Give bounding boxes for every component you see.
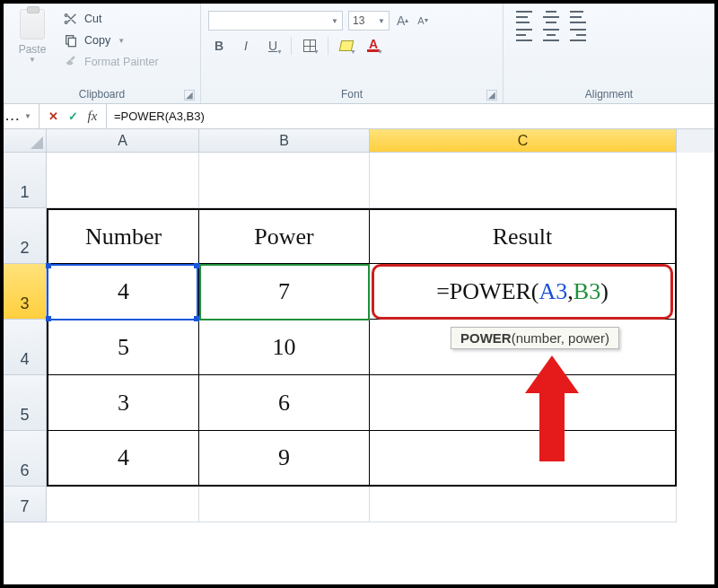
group-label-font: Font ◢: [208, 88, 495, 102]
fill-color-button[interactable]: ▼: [336, 36, 357, 56]
cell-B2[interactable]: Power: [199, 208, 370, 264]
group-clipboard: Paste ▼ Cut Copy ▼: [4, 4, 201, 103]
cell-C7[interactable]: [370, 487, 677, 522]
cell-B5[interactable]: 6: [199, 375, 370, 431]
cell-A2[interactable]: Number: [47, 208, 199, 264]
chevron-down-icon: ▼: [331, 17, 338, 25]
row-header-5[interactable]: 5: [4, 375, 47, 431]
paste-button[interactable]: Paste ▼: [11, 7, 54, 72]
formula-input[interactable]: =POWER(A3,B3): [107, 104, 714, 128]
row-header-4[interactable]: 4: [4, 320, 47, 375]
row-header-6[interactable]: 6: [4, 431, 47, 487]
insert-function-button[interactable]: fx: [83, 104, 102, 128]
align-right-icon[interactable]: [570, 29, 586, 41]
bold-button[interactable]: B: [208, 36, 230, 56]
font-size-combo[interactable]: 13 ▼: [348, 11, 390, 31]
align-center-icon[interactable]: [543, 29, 559, 41]
cut-button[interactable]: Cut: [59, 9, 162, 29]
cell-C5[interactable]: [370, 375, 677, 431]
cell-C4[interactable]: [370, 320, 677, 375]
paste-label: Paste: [19, 43, 47, 56]
format-painter-label: Format Painter: [84, 56, 159, 68]
column-headers: A B C: [47, 129, 714, 153]
clipboard-icon: [20, 9, 45, 39]
group-label-alignment: Alignment: [511, 88, 707, 102]
select-all-corner[interactable]: [4, 129, 47, 153]
borders-button[interactable]: ▼: [299, 36, 320, 56]
cell-A7[interactable]: [47, 487, 199, 522]
font-color-button[interactable]: A▼: [363, 36, 384, 56]
copy-label: Copy: [84, 34, 110, 47]
font-size-value: 13: [353, 14, 364, 27]
group-font: ▼ 13 ▼ A▴ A▾ B I U▼ ▼ ▼ A▼ Font: [201, 4, 503, 103]
spreadsheet-grid: A B C 1 2 Number Power Result 3 4 7 4 5: [4, 129, 714, 584]
grow-font-button[interactable]: A▴: [395, 13, 410, 28]
dialog-launcher-icon[interactable]: ◢: [486, 90, 497, 101]
cell-A5[interactable]: 3: [47, 375, 199, 431]
font-name-combo[interactable]: ▼: [208, 11, 343, 31]
align-bottom-icon[interactable]: [570, 11, 586, 23]
cancel-formula-button[interactable]: ✕: [43, 104, 63, 128]
scissors-icon: [63, 12, 79, 26]
row-header-7[interactable]: 7: [4, 487, 47, 522]
cell-B6[interactable]: 9: [199, 431, 370, 487]
cell-A3[interactable]: 4: [47, 264, 199, 320]
accept-formula-button[interactable]: ✓: [63, 104, 83, 128]
cell-A1[interactable]: [47, 153, 199, 208]
cut-label: Cut: [84, 13, 101, 25]
group-label-clipboard: Clipboard ◢: [11, 88, 193, 102]
cell-C2[interactable]: Result: [370, 208, 677, 264]
chevron-down-icon: ▼: [378, 17, 385, 25]
copy-button[interactable]: Copy ▼: [59, 31, 162, 50]
align-left-icon[interactable]: [516, 29, 532, 41]
svg-rect-2: [70, 56, 75, 61]
row-header-2[interactable]: 2: [4, 208, 47, 264]
cell-C3[interactable]: [370, 264, 677, 320]
align-top-icon[interactable]: [516, 11, 532, 23]
row-header-1[interactable]: 1: [4, 153, 47, 208]
dialog-launcher-icon[interactable]: ◢: [184, 90, 195, 101]
italic-button[interactable]: I: [235, 36, 257, 56]
row-header-3[interactable]: 3: [4, 264, 47, 320]
column-header-B[interactable]: B: [199, 129, 370, 153]
cell-A4[interactable]: 5: [47, 320, 199, 375]
paintbrush-icon: [63, 55, 79, 69]
cell-C1[interactable]: [370, 153, 677, 208]
underline-button[interactable]: U▼: [262, 36, 284, 56]
cell-C6[interactable]: [370, 431, 677, 487]
cell-A6[interactable]: 4: [47, 431, 199, 487]
cell-B3[interactable]: 7: [199, 264, 370, 320]
column-header-C[interactable]: C: [370, 129, 677, 153]
cell-B4[interactable]: 10: [199, 320, 370, 375]
chevron-down-icon: ▼: [118, 37, 125, 45]
group-alignment: Alignment: [503, 4, 714, 103]
chevron-down-icon: ▼: [29, 56, 36, 64]
column-header-A[interactable]: A: [47, 129, 199, 153]
shrink-font-button[interactable]: A▾: [416, 15, 429, 26]
copy-icon: [63, 33, 79, 48]
rows-container: 1 2 Number Power Result 3 4 7 4 5 10 5: [4, 153, 677, 522]
format-painter-button[interactable]: Format Painter: [59, 52, 162, 72]
name-box[interactable]: ...▼: [4, 104, 39, 128]
chevron-down-icon: ▼: [24, 112, 33, 120]
cell-B1[interactable]: [199, 153, 370, 208]
align-middle-icon[interactable]: [543, 11, 559, 23]
cell-B7[interactable]: [199, 487, 370, 522]
ribbon: Paste ▼ Cut Copy ▼: [4, 4, 714, 104]
svg-rect-1: [68, 38, 75, 46]
formula-bar: ...▼ ✕ ✓ fx =POWER(A3,B3): [4, 104, 714, 129]
